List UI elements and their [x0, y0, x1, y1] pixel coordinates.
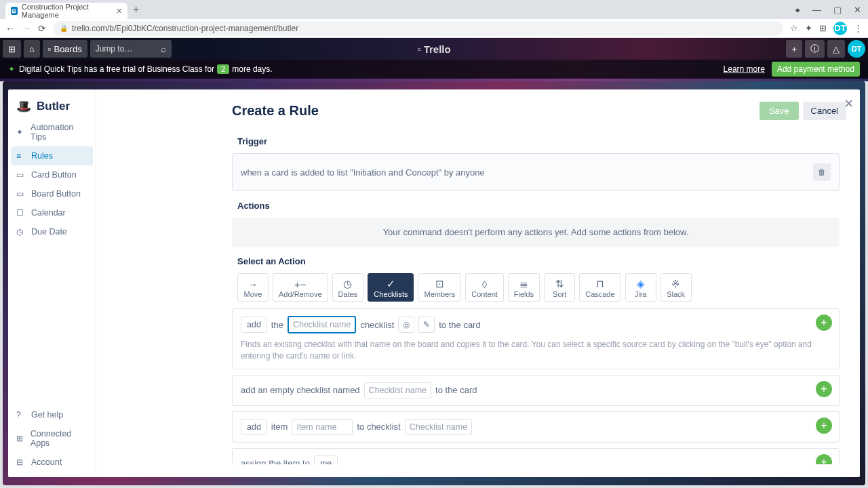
window-close-icon[interactable]: ✕ [854, 5, 861, 15]
search-input[interactable]: Jump to… [90, 40, 172, 58]
tab-dates[interactable]: ◷Dates [332, 273, 364, 302]
rules-icon: ≡ [16, 151, 26, 161]
move-icon: → [248, 278, 258, 290]
account-dot-icon[interactable]: ● [795, 5, 800, 15]
reload-icon[interactable]: ⟳ [38, 23, 46, 34]
delete-trigger-button[interactable]: 🗑 [813, 163, 831, 181]
tab-checklists[interactable]: ✓Checklists [368, 273, 414, 302]
account-icon: ⊟ [16, 458, 26, 467]
browser-tab-strip: ⊞ Construction Project Manageme × + ● — … [0, 0, 868, 19]
tab-fields[interactable]: ≣Fields [508, 273, 540, 302]
profile-avatar[interactable]: DT [833, 22, 847, 35]
trial-banner: ✦ Digital Quick Tips has a free trial of… [0, 60, 868, 79]
sparkle-icon: ✦ [8, 64, 15, 74]
item-name-input[interactable]: Item name [292, 419, 353, 435]
star-icon[interactable]: ☆ [790, 23, 798, 33]
trello-logo[interactable]: ▫ Trello [417, 43, 450, 55]
butler-logo-icon: 🎩 [16, 99, 31, 114]
user-avatar[interactable]: DT [848, 40, 865, 58]
bullseye-button[interactable]: ◎ [398, 317, 414, 333]
tab-cascade[interactable]: ⊓Cascade [579, 273, 620, 302]
rule-editor: × Create a Rule Save Cancel Trigger when… [96, 89, 860, 477]
address-bar[interactable]: 🔒 trello.com/b/Epi0JbKC/construction-pro… [53, 21, 783, 36]
trello-logo-icon: ▫ [417, 43, 420, 55]
new-tab-button[interactable]: + [133, 3, 139, 16]
minimize-icon[interactable]: — [812, 5, 821, 15]
trello-global-header: ⊞ ⌂ ▫ Boards Jump to… ▫ Trello + ⓘ △ DT [0, 38, 868, 60]
assignee-chip[interactable]: me [314, 455, 338, 464]
sidebar-item-account[interactable]: ⊟ Account [8, 453, 96, 472]
checklists-icon: ✓ [387, 278, 395, 290]
tab-add-remove[interactable]: +−Add/Remove [273, 273, 328, 302]
tab-content[interactable]: ◊Content [465, 273, 504, 302]
action-row-add-item: + add item Item name to checklist Checkl… [232, 411, 840, 443]
sidebar-item-card-button[interactable]: ▭ Card Button [8, 165, 96, 184]
tab-move[interactable]: →Move [237, 273, 269, 302]
dates-icon: ◷ [343, 278, 352, 290]
sparkle-icon: ✦ [16, 127, 25, 137]
cascade-icon: ⊓ [596, 278, 604, 290]
checklist-name-input[interactable]: Checklist name [405, 419, 472, 435]
apps-launcher-icon[interactable]: ⊞ [3, 40, 21, 58]
info-icon[interactable]: ⓘ [805, 40, 825, 58]
add-payment-button[interactable]: Add payment method [772, 62, 860, 77]
actions-label: Actions [237, 201, 840, 211]
sidebar-item-due-date[interactable]: ◷ Due Date [8, 222, 96, 241]
trial-days-badge: 2 [217, 64, 229, 74]
apps-icon[interactable]: ⊞ [819, 23, 827, 33]
tab-sort[interactable]: ⇅Sort [544, 273, 575, 302]
extensions-icon[interactable]: ✦ [805, 23, 812, 33]
action-help-text: Finds an existing checklist with that na… [241, 339, 831, 362]
add-toggle[interactable]: add [241, 419, 267, 435]
forward-icon[interactable]: → [22, 23, 31, 34]
add-action-button[interactable]: + [816, 381, 832, 397]
select-action-label: Select an Action [237, 256, 840, 266]
close-icon[interactable]: × [117, 5, 122, 16]
members-icon: ⊡ [435, 278, 444, 290]
cancel-button[interactable]: Cancel [803, 102, 846, 120]
notifications-icon[interactable]: △ [827, 40, 845, 58]
sidebar-item-board-button[interactable]: ▭ Board Button [8, 184, 96, 203]
save-button[interactable]: Save [760, 102, 799, 120]
kebab-icon[interactable]: ⋮ [854, 23, 863, 33]
sidebar-item-automation-tips[interactable]: ✦ Automation Tips [8, 118, 96, 146]
browser-tab[interactable]: ⊞ Construction Project Manageme × [5, 3, 127, 19]
tab-members[interactable]: ⊡Members [418, 273, 461, 302]
apps-icon: ⊞ [16, 434, 25, 443]
page-title: Create a Rule [232, 103, 319, 119]
checklist-name-input[interactable]: Checklist name [288, 316, 356, 333]
tab-title: Construction Project Manageme [22, 3, 108, 19]
url-text: trello.com/b/Epi0JbKC/construction-proje… [72, 24, 298, 33]
slack-icon: ※ [671, 278, 680, 290]
add-action-button[interactable]: + [816, 418, 832, 434]
add-toggle[interactable]: add [241, 317, 267, 333]
maximize-icon[interactable]: ▢ [833, 5, 842, 15]
back-icon[interactable]: ← [5, 23, 15, 34]
add-action-button[interactable]: + [816, 314, 832, 331]
card-icon: ▭ [16, 170, 26, 180]
fields-icon: ≣ [519, 278, 528, 290]
butler-sidebar: 🎩 Butler ✦ Automation Tips ≡ Rules ▭ Car… [8, 89, 96, 477]
sidebar-item-rules[interactable]: ≡ Rules [11, 146, 93, 165]
home-icon[interactable]: ⌂ [24, 40, 40, 58]
close-icon[interactable]: × [844, 95, 853, 113]
board-btn-icon: ▭ [16, 189, 26, 199]
sidebar-title: 🎩 Butler [8, 95, 96, 118]
sidebar-item-get-help[interactable]: ? Get help [8, 405, 96, 424]
edit-button[interactable]: ✎ [418, 317, 435, 333]
action-category-tabs: →Move +−Add/Remove ◷Dates ✓Checklists ⊡M… [237, 273, 840, 302]
clock-icon: ◷ [16, 227, 26, 237]
sidebar-item-calendar[interactable]: ☐ Calendar [8, 203, 96, 222]
learn-more-link[interactable]: Learn more [724, 64, 765, 74]
tab-slack[interactable]: ※Slack [660, 273, 692, 302]
checklist-name-input[interactable]: Checklist name [364, 382, 431, 399]
action-row-empty-checklist: + add an empty checklist named Checklist… [232, 375, 840, 406]
action-row-assign-item: + assign the item to me ⓘ This functiona… [232, 448, 840, 464]
lock-icon: 🔒 [60, 24, 68, 32]
action-row-add-checklist: + add the Checklist name checklist ◎ ✎ t… [232, 308, 840, 369]
create-button[interactable]: + [786, 40, 802, 58]
sidebar-item-connected-apps[interactable]: ⊞ Connected Apps [8, 424, 96, 453]
boards-button[interactable]: ▫ Boards [43, 40, 87, 58]
tab-jira[interactable]: ◈Jira [625, 273, 656, 302]
jira-icon: ◈ [637, 278, 645, 290]
